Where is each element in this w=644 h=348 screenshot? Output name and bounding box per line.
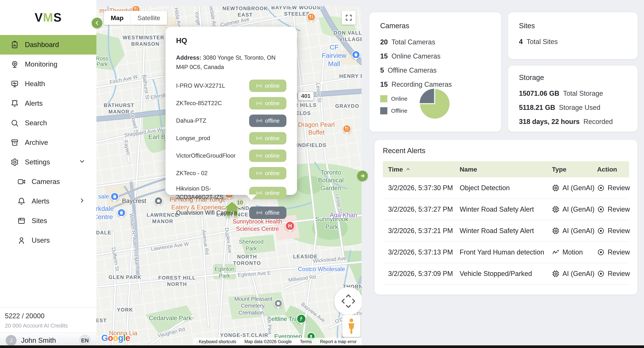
map-canvas[interactable]: ms ThornhillNEWTONBROOK EASTBAYVIEW WOOD… [96, 6, 362, 345]
review-label: Review [608, 205, 630, 213]
review-button[interactable]: Review [597, 270, 634, 278]
sidebar-item-cameras[interactable]: Cameras [0, 172, 96, 192]
review-button[interactable]: Review [597, 227, 634, 235]
sidebar-item-dashboard[interactable]: Dashboard [0, 35, 96, 54]
bell-icon [17, 197, 26, 205]
shopping-marker[interactable] [352, 50, 360, 59]
gear-icon [10, 158, 19, 166]
map-label: d Park [96, 61, 108, 67]
camera-name: Qualvision Wifi Camera [176, 209, 237, 217]
sidebar-item-settings[interactable]: Settings [0, 152, 96, 172]
cameras-card: Cameras 20Total Cameras 15Online Cameras… [369, 12, 501, 132]
hospital-h: H [288, 223, 292, 229]
column-label: Action [597, 166, 617, 173]
review-button[interactable]: Review [597, 248, 634, 256]
panel-expand-button[interactable] [357, 171, 368, 181]
column-label: Time [388, 166, 403, 173]
status-badge: offline [249, 207, 286, 219]
sidebar-item-sites[interactable]: Sites [0, 211, 96, 231]
stat-value: 4 [519, 38, 523, 46]
table-header: Time Name Type Action [383, 161, 629, 177]
logo-letter: V [35, 10, 43, 24]
eye-icon [597, 249, 605, 256]
chevron-down-icon[interactable] [79, 158, 86, 166]
status-label: online [265, 153, 280, 159]
pie-legend: Online Offline [380, 95, 408, 114]
hq-popup: HQ Address: 3080 Yonge St, Toronto, ON M… [166, 27, 297, 195]
sidebar-item-alerts-sub[interactable]: Alerts [0, 192, 96, 211]
stat-offline-cameras: 5Offline Cameras [380, 66, 490, 74]
map-label: WESTMINSTER - BRANSON [117, 35, 174, 47]
sidebar-item-alerts[interactable]: Alerts [0, 94, 96, 113]
sidebar-item-label: Alerts [32, 197, 50, 205]
column-name[interactable]: Name [460, 166, 552, 173]
camera-name: Longse_prod [176, 134, 210, 143]
popup-address: Address: 3080 Yonge St, Toronto, ON M4P … [176, 53, 286, 72]
map-label: WEST [96, 318, 107, 324]
map-label: HENRY FARM [328, 73, 362, 80]
language-button[interactable]: EN [79, 335, 91, 346]
camera-name: Dahua-PTZ [176, 117, 206, 125]
google-logo[interactable]: Google [101, 333, 130, 343]
sidebar-item-health[interactable]: Health [0, 74, 96, 94]
alert-time: 3/2/2026, 5:37:27 PM [388, 205, 460, 213]
stat-label: Offline Cameras [388, 66, 436, 74]
shopping-marker[interactable] [110, 192, 119, 201]
signal-icon [256, 210, 262, 215]
alert-time: 3/2/2026, 5:37:13 PM [388, 248, 460, 256]
arrow-left-icon [94, 20, 100, 26]
arrow-right-icon [360, 173, 365, 179]
restaurant-marker[interactable] [342, 124, 351, 133]
review-label: Review [608, 248, 630, 256]
trail-marker[interactable] [296, 314, 306, 324]
map-label: Sunnybrook Health Sciences Centre [226, 218, 290, 233]
sidebar-collapse-button[interactable] [92, 18, 102, 28]
stat-storage-used: 5118.21 GBStorage Used [519, 104, 627, 112]
pan-control[interactable] [334, 287, 362, 315]
recent-alerts-card: Recent Alerts Time Name Type Action 3/2/… [374, 140, 638, 295]
ai-chip-icon [552, 206, 560, 213]
sites-card: Sites 4Total Sites [508, 12, 638, 59]
status-badge: online [249, 80, 286, 92]
stat-recording-cameras: 15Recording Cameras [380, 80, 490, 88]
sidebar-item-archive[interactable]: Archive [0, 133, 96, 152]
sidebar-item-label: Settings [25, 158, 50, 166]
restaurant-marker[interactable] [307, 13, 316, 21]
sidebar-item-label: Alerts [25, 99, 43, 107]
hospital-marker[interactable]: H [285, 221, 295, 231]
poi-dot-marker[interactable] [154, 197, 163, 205]
terms-link[interactable]: Terms [300, 339, 312, 344]
cemetery-marker[interactable] [274, 299, 283, 308]
map-tab[interactable]: Map [104, 11, 130, 25]
alert-type-label: AI (GenAI) [562, 205, 594, 213]
sort-asc-icon [406, 167, 410, 172]
fullscreen-button[interactable] [342, 11, 356, 25]
bottom-strip [0, 345, 644, 348]
review-button[interactable]: Review [597, 184, 634, 192]
alert-type: Motion [552, 248, 597, 256]
camera-row: Dahua-PTZ offline [176, 115, 286, 127]
credits-used: 5222 / 20000 [5, 312, 92, 320]
chevron-right-icon[interactable] [79, 197, 86, 206]
status-badge: online [249, 132, 286, 144]
sidebar-item-users[interactable]: Users [0, 231, 96, 250]
sidebar-item-label: Search [25, 119, 47, 127]
column-time[interactable]: Time [388, 166, 460, 173]
map-label: GRAYDO [335, 103, 359, 109]
shopping-marker[interactable] [117, 208, 126, 217]
sidebar: VMS Dashboard Monitoring Health Alerts S… [0, 0, 96, 348]
sidebar-item-search[interactable]: Search [0, 113, 96, 133]
pegman-control[interactable] [342, 315, 360, 337]
report-error-link[interactable]: Report a map error [320, 339, 357, 344]
sidebar-item-label: Monitoring [25, 60, 58, 68]
stat-value: 5118.21 GB [519, 104, 555, 112]
camera-row: ZKTeco - 02 online [176, 167, 286, 179]
bell-icon [10, 99, 19, 108]
satellite-tab[interactable]: Satellite [130, 11, 167, 25]
sidebar-item-monitoring[interactable]: Monitoring [0, 54, 96, 74]
review-button[interactable]: Review [597, 205, 634, 213]
avatar: J [6, 335, 16, 346]
keyboard-shortcuts-link[interactable]: Keyboard shortcuts [199, 339, 236, 344]
column-type[interactable]: Type [552, 166, 597, 173]
logo-letter: o [108, 333, 113, 343]
